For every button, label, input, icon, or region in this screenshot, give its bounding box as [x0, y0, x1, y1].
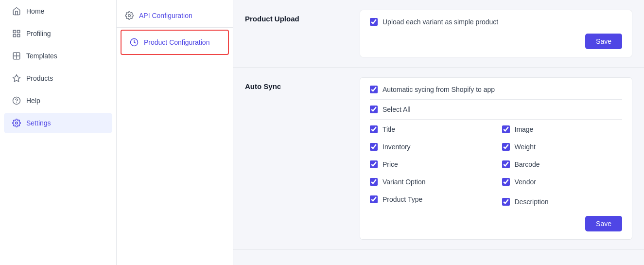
auto-sync-save-button[interactable]: Save [585, 216, 622, 231]
api-icon [124, 11, 134, 20]
settings-icon [12, 118, 21, 128]
content-area: Product Upload Upload each variant as si… [233, 0, 644, 265]
sync-title-checkbox[interactable] [370, 125, 378, 133]
sync-vendor-label: Vendor [515, 178, 536, 186]
auto-sync-shopify-row: Automatic sycing from Shopify to app [370, 86, 622, 93]
home-icon [12, 6, 21, 16]
sync-vendor-checkbox[interactable] [502, 178, 510, 186]
sync-vendor-row: Vendor [502, 178, 623, 186]
sync-description-checkbox[interactable] [502, 198, 510, 206]
auto-sync-shopify-label[interactable]: Automatic sycing from Shopify to app [383, 86, 495, 93]
sync-product-type-checkbox[interactable] [370, 195, 378, 203]
sync-description-row: Description [502, 195, 623, 208]
sidebar-item-profiling-label: Profiling [26, 30, 51, 37]
product-upload-label: Product Upload [245, 10, 352, 23]
sync-description-label: Description [515, 198, 549, 206]
select-all-checkbox[interactable] [370, 106, 378, 113]
sync-price-row: Price [370, 160, 490, 168]
sidebar-item-help[interactable]: Help [4, 90, 112, 111]
auto-sync-card: Automatic sycing from Shopify to app Sel… [360, 77, 632, 240]
templates-icon [12, 51, 21, 61]
sync-price-checkbox[interactable] [370, 160, 378, 168]
sync-inventory-label: Inventory [383, 143, 411, 151]
select-all-row: Select All [370, 106, 622, 113]
sidebar-item-templates[interactable]: Templates [4, 46, 112, 66]
auto-sync-label: Auto Sync [245, 77, 352, 90]
product-upload-save-row: Save [370, 34, 622, 49]
config-icon [129, 37, 139, 47]
sync-variant-checkbox[interactable] [370, 178, 378, 186]
sub-sidebar: API Configuration Product Configuration [117, 0, 233, 265]
product-upload-card: Upload each variant as simple product Sa… [360, 10, 632, 57]
sync-inventory-row: Inventory [370, 143, 490, 151]
sidebar-item-home-label: Home [26, 7, 44, 15]
sidebar-item-settings-label: Settings [26, 119, 51, 127]
svg-rect-2 [17, 35, 20, 37]
sync-divider-2 [370, 119, 622, 120]
sub-sidebar-api-label: API Configuration [139, 12, 192, 19]
sidebar-item-home[interactable]: Home [4, 1, 112, 21]
sync-price-label: Price [383, 160, 398, 168]
svg-marker-7 [13, 75, 20, 82]
sync-weight-checkbox[interactable] [502, 143, 510, 151]
svg-rect-0 [13, 30, 16, 33]
sync-variant-row: Variant Option [370, 178, 490, 186]
svg-point-11 [128, 15, 131, 17]
sync-variant-label: Variant Option [383, 178, 425, 186]
sync-weight-label: Weight [515, 143, 536, 151]
profiling-icon [12, 29, 21, 38]
sync-divider-1 [370, 99, 622, 100]
sidebar-item-settings[interactable]: Settings [4, 113, 112, 133]
help-icon [12, 96, 21, 106]
svg-rect-1 [17, 30, 20, 33]
sub-sidebar-item-product-config[interactable]: Product Configuration [121, 30, 229, 55]
sync-weight-row: Weight [502, 143, 623, 151]
sync-title-row: Title [370, 125, 490, 133]
sub-sidebar-item-api[interactable]: API Configuration [117, 4, 233, 28]
auto-sync-shopify-checkbox[interactable] [370, 86, 378, 93]
sync-barcode-row: Barcode [502, 160, 623, 168]
sync-image-checkbox[interactable] [502, 125, 510, 133]
sidebar-item-profiling[interactable]: Profiling [4, 23, 112, 44]
upload-variant-row: Upload each variant as simple product [370, 18, 622, 26]
sync-barcode-label: Barcode [515, 160, 540, 168]
sync-items-grid: Title Image Inventory Weight [370, 125, 622, 208]
sync-product-type-row: Product Type [370, 195, 490, 203]
products-icon [12, 73, 21, 83]
select-all-label[interactable]: Select All [383, 106, 411, 113]
svg-point-10 [16, 122, 18, 124]
sync-barcode-checkbox[interactable] [502, 160, 510, 168]
sidebar-item-products-label: Products [26, 74, 53, 82]
sync-inventory-checkbox[interactable] [370, 143, 378, 151]
sidebar: Home Profiling Templates Products [0, 0, 117, 265]
sub-sidebar-config-label: Product Configuration [144, 38, 209, 46]
upload-variant-checkbox[interactable] [370, 18, 378, 26]
sync-image-label: Image [515, 125, 534, 133]
sync-product-type-label: Product Type [383, 195, 422, 203]
sync-title-label: Title [383, 125, 395, 133]
upload-variant-label[interactable]: Upload each variant as simple product [383, 18, 498, 26]
product-upload-section: Product Upload Upload each variant as si… [233, 0, 644, 68]
main-area: API Configuration Product Configuration … [117, 0, 644, 265]
auto-sync-section: Auto Sync Automatic sycing from Shopify … [233, 68, 644, 250]
auto-sync-save-row: Save [370, 216, 622, 231]
product-upload-save-button[interactable]: Save [585, 34, 622, 49]
sync-image-row: Image [502, 125, 623, 133]
sidebar-item-templates-label: Templates [26, 52, 57, 60]
sidebar-item-products[interactable]: Products [4, 68, 112, 88]
svg-rect-3 [13, 35, 16, 37]
sidebar-item-help-label: Help [26, 97, 40, 105]
